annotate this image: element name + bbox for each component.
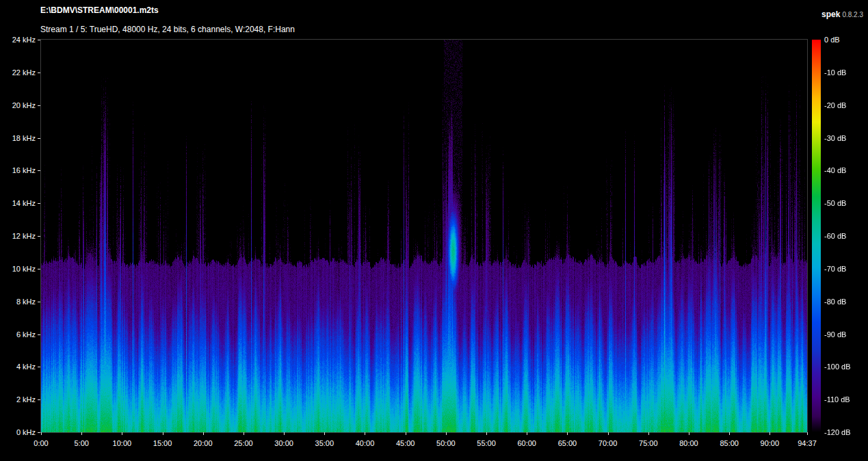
x-axis-tick-label: 25:00 xyxy=(234,439,253,447)
legend-tick-label: -120 dB xyxy=(824,427,851,437)
legend-tick-label: -10 dB xyxy=(824,68,846,77)
x-axis-tick-label: 94:37 xyxy=(798,439,817,447)
y-axis-tick-label: 20 kHz xyxy=(0,101,36,110)
app-name: spek xyxy=(821,10,840,19)
legend-gradient-bar xyxy=(812,40,821,432)
y-axis-tick-label: 6 kHz xyxy=(0,330,36,339)
x-axis-tick xyxy=(81,432,82,435)
x-axis-tick-label: 10:00 xyxy=(113,439,132,447)
x-axis-tick xyxy=(486,432,487,435)
spectrogram-canvas xyxy=(41,40,807,432)
app-brand: spek0.8.2.3 xyxy=(821,8,863,20)
y-axis-tick-label: 2 kHz xyxy=(0,395,36,404)
x-axis-tick xyxy=(648,432,649,435)
x-axis-tick-label: 35:00 xyxy=(315,439,334,447)
y-axis-tick-label: 18 kHz xyxy=(0,133,36,143)
spectrogram-plot xyxy=(41,40,807,432)
x-axis-tick xyxy=(244,432,244,435)
x-axis-tick-label: 85:00 xyxy=(720,439,739,447)
y-axis-tick-label: 24 kHz xyxy=(0,35,36,44)
legend-tick-label: -20 dB xyxy=(824,101,846,110)
y-axis-tick-label: 14 kHz xyxy=(0,198,36,208)
x-axis-tick xyxy=(567,432,568,435)
x-axis-tick-label: 70:00 xyxy=(599,439,618,447)
x-axis-tick xyxy=(284,432,285,435)
legend-tick-label: -40 dB xyxy=(824,166,846,175)
x-axis-tick xyxy=(807,432,808,435)
file-path: E:\BDMV\STREAM\00001.m2ts xyxy=(40,5,159,15)
y-axis-tick-label: 8 kHz xyxy=(0,297,36,306)
app-version: 0.8.2.3 xyxy=(842,11,863,18)
y-axis-tick-label: 4 kHz xyxy=(0,362,36,371)
spek-window: E:\BDMV\STREAM\00001.m2ts Stream 1 / 5: … xyxy=(0,0,868,461)
x-axis-tick-label: 15:00 xyxy=(153,439,172,447)
legend-tick-label: -50 dB xyxy=(824,198,846,208)
x-axis-tick-label: 5:00 xyxy=(74,439,88,447)
x-axis-tick xyxy=(527,432,527,435)
x-axis-tick-label: 65:00 xyxy=(558,439,577,447)
x-axis-tick xyxy=(163,432,163,435)
x-axis-tick xyxy=(41,432,42,435)
x-axis-tick-label: 75:00 xyxy=(639,439,658,447)
x-axis-tick-label: 90:00 xyxy=(761,439,780,447)
legend-tick-label: -80 dB xyxy=(824,297,846,306)
x-axis-tick xyxy=(203,432,204,435)
y-axis-tick-label: 12 kHz xyxy=(0,231,36,241)
x-axis-tick xyxy=(729,432,730,435)
legend-tick-label: 0 dB xyxy=(824,35,840,44)
x-axis-tick-label: 20:00 xyxy=(194,439,213,447)
legend-tick-label: -110 dB xyxy=(824,395,850,404)
x-axis-tick xyxy=(770,432,770,435)
x-axis-tick xyxy=(324,432,325,435)
stream-info: Stream 1 / 5: TrueHD, 48000 Hz, 24 bits,… xyxy=(40,25,295,34)
legend-tick-label: -90 dB xyxy=(824,330,846,339)
x-axis-tick-label: 55:00 xyxy=(477,439,496,447)
y-axis-tick-label: 10 kHz xyxy=(0,264,36,274)
x-axis-tick xyxy=(608,432,609,435)
x-axis-tick xyxy=(689,432,689,435)
y-axis-tick-label: 0 kHz xyxy=(0,427,36,437)
legend-tick-label: -70 dB xyxy=(824,264,846,274)
legend-tick-label: -100 dB xyxy=(824,362,851,371)
x-axis-tick-label: 40:00 xyxy=(356,439,375,447)
x-axis-tick xyxy=(446,432,447,435)
legend-tick-label: -30 dB xyxy=(824,133,846,143)
y-axis-tick-label: 22 kHz xyxy=(0,68,36,77)
x-axis-tick xyxy=(406,432,406,435)
x-axis-tick xyxy=(122,432,122,435)
x-axis-tick-label: 60:00 xyxy=(517,439,536,447)
x-axis-tick xyxy=(365,432,365,435)
x-axis-tick-label: 45:00 xyxy=(396,439,415,447)
x-axis-tick-label: 50:00 xyxy=(436,439,456,447)
legend-tick-label: -60 dB xyxy=(824,231,846,241)
x-axis-tick-label: 0:00 xyxy=(34,439,48,447)
y-axis-tick-label: 16 kHz xyxy=(0,166,36,175)
x-axis-tick-label: 30:00 xyxy=(274,439,293,447)
x-axis-tick-label: 80:00 xyxy=(679,439,698,447)
